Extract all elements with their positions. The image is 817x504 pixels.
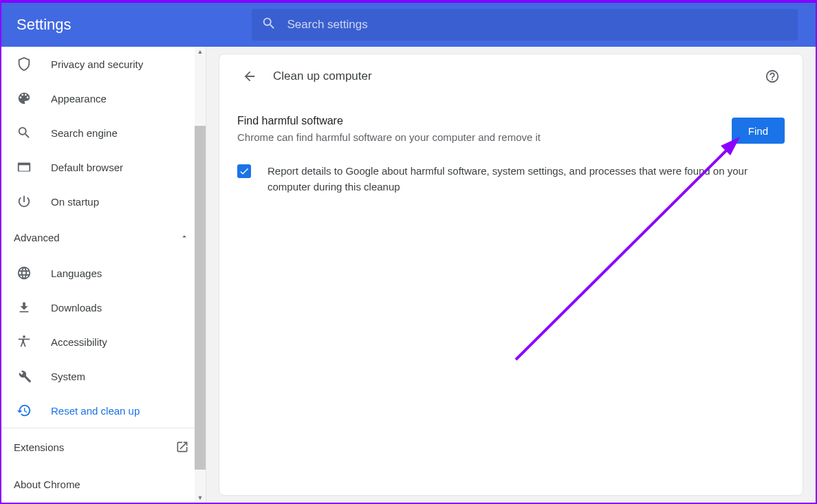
- sidebar-item-label: Accessibility: [51, 336, 107, 348]
- download-icon: [17, 300, 32, 315]
- restore-icon: [17, 403, 32, 418]
- globe-icon: [17, 265, 32, 281]
- sidebar: Privacy and security Appearance Search e…: [1, 47, 206, 503]
- sidebar-item-label: Reset and clean up: [51, 405, 140, 417]
- sidebar-item-system[interactable]: System: [1, 359, 206, 393]
- wrench-icon: [17, 369, 32, 384]
- sidebar-item-label: Default browser: [51, 162, 123, 173]
- sidebar-item-label: On startup: [51, 196, 99, 208]
- sidebar-item-label: Downloads: [51, 302, 102, 314]
- search-box[interactable]: [252, 9, 798, 41]
- sidebar-section-advanced[interactable]: Advanced: [1, 219, 206, 256]
- sidebar-item-appearance[interactable]: Appearance: [1, 81, 206, 116]
- sidebar-item-label: Search engine: [51, 127, 118, 139]
- browser-icon: [17, 160, 32, 175]
- power-icon: [17, 194, 32, 209]
- sidebar-item-default-browser[interactable]: Default browser: [1, 150, 206, 184]
- section-title: Find harmful software: [237, 115, 718, 127]
- report-row: Report details to Google about harmful s…: [237, 163, 785, 195]
- sidebar-item-accessibility[interactable]: Accessibility: [1, 325, 206, 359]
- sidebar-item-privacy[interactable]: Privacy and security: [1, 47, 206, 81]
- search-input[interactable]: [287, 18, 789, 32]
- sidebar-item-label: Appearance: [51, 93, 107, 105]
- shield-icon: [17, 56, 32, 72]
- sidebar-item-about[interactable]: About Chrome: [1, 465, 206, 503]
- search-icon: [17, 125, 32, 140]
- about-label: About Chrome: [14, 479, 80, 490]
- chevron-up-icon: [179, 232, 189, 243]
- report-text: Report details to Google about harmful s…: [268, 163, 770, 195]
- sidebar-scrollbar[interactable]: ▲ ▼: [195, 47, 206, 503]
- find-harmful-section: Find harmful software Chrome can find ha…: [237, 98, 785, 195]
- card-header: Clean up computer: [237, 54, 785, 98]
- sidebar-item-label: Languages: [51, 267, 102, 279]
- settings-card: Clean up computer Find harmful software …: [219, 54, 803, 496]
- scroll-thumb[interactable]: [195, 126, 206, 470]
- section-subtitle: Chrome can find harmful software on your…: [237, 131, 718, 143]
- find-button[interactable]: Find: [732, 118, 785, 144]
- sidebar-item-search-engine[interactable]: Search engine: [1, 116, 206, 150]
- report-checkbox[interactable]: [237, 164, 251, 178]
- main-content: Clean up computer Find harmful software …: [206, 47, 816, 503]
- page-title: Clean up computer: [273, 69, 372, 83]
- sidebar-item-languages[interactable]: Languages: [1, 256, 206, 290]
- sidebar-item-downloads[interactable]: Downloads: [1, 290, 206, 325]
- app-header: Settings: [1, 1, 816, 47]
- scroll-down-icon[interactable]: ▼: [195, 493, 206, 503]
- search-icon: [261, 16, 276, 34]
- sidebar-item-reset[interactable]: Reset and clean up: [1, 393, 206, 428]
- scroll-up-icon[interactable]: ▲: [195, 47, 206, 56]
- help-button[interactable]: [760, 64, 785, 89]
- extensions-label: Extensions: [14, 441, 64, 453]
- app-title: Settings: [17, 16, 72, 34]
- advanced-label: Advanced: [14, 232, 60, 243]
- open-in-new-icon: [175, 440, 189, 454]
- accessibility-icon: [17, 334, 32, 349]
- back-button[interactable]: [237, 64, 262, 89]
- sidebar-item-extensions[interactable]: Extensions: [1, 428, 206, 465]
- sidebar-item-label: Privacy and security: [51, 58, 143, 70]
- sidebar-item-on-startup[interactable]: On startup: [1, 184, 206, 219]
- palette-icon: [17, 91, 32, 106]
- sidebar-item-label: System: [51, 371, 85, 382]
